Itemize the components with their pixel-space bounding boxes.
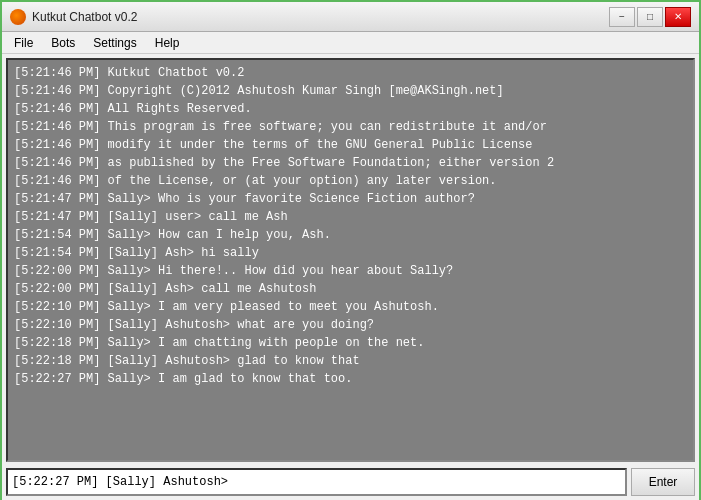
chat-area: [5:21:46 PM] Kutkut Chatbot v0.2[5:21:46… — [6, 58, 695, 462]
maximize-button[interactable]: □ — [637, 7, 663, 27]
menu-bots[interactable]: Bots — [43, 33, 83, 53]
title-bar-controls: − □ ✕ — [609, 7, 691, 27]
chat-line: [5:21:46 PM] modify it under the terms o… — [14, 136, 687, 154]
chat-input[interactable] — [6, 468, 627, 496]
chat-line: [5:22:10 PM] Sally> I am very pleased to… — [14, 298, 687, 316]
chat-line: [5:21:47 PM] [Sally] user> call me Ash — [14, 208, 687, 226]
minimize-button[interactable]: − — [609, 7, 635, 27]
chat-line: [5:22:00 PM] Sally> Hi there!.. How did … — [14, 262, 687, 280]
main-window: [5:21:46 PM] Kutkut Chatbot v0.2[5:21:46… — [2, 54, 699, 500]
chat-line: [5:21:46 PM] of the License, or (at your… — [14, 172, 687, 190]
chat-line: [5:22:18 PM] [Sally] Ashutosh> glad to k… — [14, 352, 687, 370]
chat-line: [5:21:54 PM] [Sally] Ash> hi sally — [14, 244, 687, 262]
app-wrapper: Kutkut Chatbot v0.2 − □ ✕ File Bots Sett… — [0, 0, 701, 500]
chat-line: [5:22:10 PM] [Sally] Ashutosh> what are … — [14, 316, 687, 334]
chat-line: [5:21:46 PM] This program is free softwa… — [14, 118, 687, 136]
app-icon — [10, 9, 26, 25]
chat-line: [5:22:00 PM] [Sally] Ash> call me Ashuto… — [14, 280, 687, 298]
input-area: Enter — [6, 466, 695, 498]
chat-line: [5:21:46 PM] Copyright (C)2012 Ashutosh … — [14, 82, 687, 100]
menu-help[interactable]: Help — [147, 33, 188, 53]
chat-line: [5:21:54 PM] Sally> How can I help you, … — [14, 226, 687, 244]
chat-line: [5:21:46 PM] as published by the Free So… — [14, 154, 687, 172]
menu-file[interactable]: File — [6, 33, 41, 53]
title-bar-text: Kutkut Chatbot v0.2 — [32, 10, 137, 24]
menu-settings[interactable]: Settings — [85, 33, 144, 53]
chat-line: [5:21:46 PM] Kutkut Chatbot v0.2 — [14, 64, 687, 82]
chat-line: [5:21:46 PM] All Rights Reserved. — [14, 100, 687, 118]
chat-line: [5:21:47 PM] Sally> Who is your favorite… — [14, 190, 687, 208]
chat-line: [5:22:18 PM] Sally> I am chatting with p… — [14, 334, 687, 352]
menu-bar: File Bots Settings Help — [2, 32, 699, 54]
chat-line: [5:22:27 PM] Sally> I am glad to know th… — [14, 370, 687, 388]
title-bar-left: Kutkut Chatbot v0.2 — [10, 9, 137, 25]
title-bar: Kutkut Chatbot v0.2 − □ ✕ — [2, 2, 699, 32]
enter-button[interactable]: Enter — [631, 468, 695, 496]
close-button[interactable]: ✕ — [665, 7, 691, 27]
